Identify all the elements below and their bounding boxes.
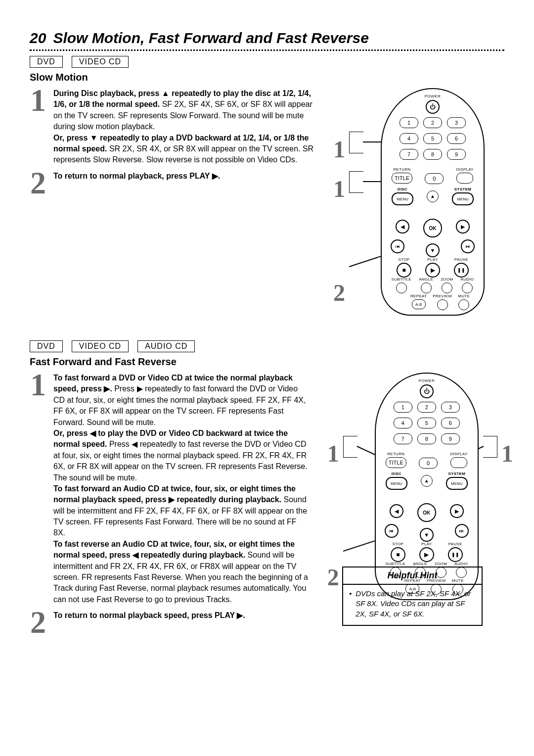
callout-box (349, 132, 363, 153)
tag-videocd: VIDEO CD (72, 56, 129, 68)
skip-next-icon: ⏭ (461, 239, 475, 253)
step-number: 2 (30, 169, 46, 197)
keypad: 1 2 3 4 5 6 7 8 9 (394, 401, 460, 445)
helpful-hint-box: Helpful Hint •DVDs can play at SF 2X, SF… (342, 567, 483, 626)
pause-label: PAUSE (448, 542, 462, 546)
transport-row: STOP■ PLAY▶ PAUSE❚❚ (376, 542, 478, 562)
callout-one-left: 1 (327, 442, 339, 466)
tag-dvd: DVD (30, 340, 63, 352)
arrow-right-icon: ▶ (456, 220, 470, 234)
skip-next-icon: ⏭ (455, 524, 469, 538)
ok-button: OK (417, 503, 436, 522)
callout-two: 2 (333, 281, 345, 305)
stop-label: STOP (392, 542, 403, 546)
mute-btn (458, 299, 469, 310)
transport-row: STOP■ PLAY▶ PAUSE❚❚ (382, 257, 484, 278)
p3-bold: To fast forward an Audio CD at twice, fo… (53, 484, 296, 504)
tag-audiocd: AUDIO CD (137, 340, 195, 352)
key-0: 0 (425, 173, 444, 184)
display-key (450, 457, 467, 468)
page: 20 Slow Motion, Fast Forward and Fast Re… (0, 0, 534, 662)
key-8: 8 (417, 433, 436, 444)
tag-dvd: DVD (30, 56, 63, 68)
stop-icon: ■ (391, 547, 405, 562)
arrow-left-icon: ◀ (390, 504, 403, 518)
section1-columns: 1 During Disc playback, press ▲ repeated… (30, 88, 504, 326)
play-label: PLAY (427, 257, 438, 262)
zoom-btn (442, 283, 452, 293)
pause-icon: ❚❚ (448, 547, 463, 562)
callout-one-b: 1 (333, 177, 345, 201)
display-label: DISPLAY (456, 167, 474, 172)
key-9: 9 (441, 433, 460, 444)
keypad: 1 2 3 4 5 6 7 8 9 (400, 117, 466, 160)
key-3: 3 (447, 117, 466, 128)
step-number: 1 (30, 86, 46, 115)
step-number: 2 (30, 608, 46, 637)
arrow-down-icon: ▼ (420, 528, 434, 542)
page-title: Slow Motion, Fast Forward and Fast Rever… (53, 30, 368, 47)
title-key: TITLE (392, 173, 412, 184)
disc-label: DISC (392, 472, 401, 476)
aux-row-2: REPEATA-B PREVIEW MUTE (382, 294, 484, 310)
system-label: SYSTEM (448, 472, 465, 476)
key-1: 1 (400, 117, 418, 128)
pause-icon: ❚❚ (454, 263, 469, 278)
tag-videocd: VIDEO CD (72, 340, 129, 352)
section2-step2: 2 To return to normal playback speed, pr… (30, 610, 311, 637)
display-key (456, 173, 473, 184)
remote-body: POWER ⏻ 1 2 3 4 5 6 7 8 9 RETURNTITLE 0 … (381, 88, 485, 316)
direction-cluster: OK ▼ ◀ ▶ ⏮ ⏭ (396, 200, 470, 254)
step-body: To return to normal playback, press PLAY… (53, 171, 220, 182)
hint-text: DVDs can play at SF 2X, SF 4X, or SF 8X.… (356, 589, 476, 619)
key-2: 2 (417, 402, 436, 413)
audio-btn (462, 283, 473, 293)
audio-label: AUDIO (461, 277, 474, 282)
pause-label: PAUSE (454, 257, 468, 262)
heading-slow-motion: Slow Motion (30, 72, 504, 83)
key-3: 3 (441, 402, 460, 413)
section1-step2: 2 To return to normal playback, press PL… (30, 171, 316, 197)
arrow-right-icon: ▶ (450, 504, 464, 518)
key-4: 4 (394, 418, 412, 428)
key-5: 5 (423, 133, 442, 144)
key-6: 6 (441, 418, 460, 428)
power-icon: ⏻ (426, 100, 440, 114)
callout-box (349, 171, 363, 193)
audio-label: AUDIO (454, 562, 468, 566)
display-label: DISPLAY (450, 452, 467, 456)
power-label: POWER (418, 378, 435, 383)
return-label: RETURN (387, 452, 404, 456)
power-label: POWER (425, 94, 441, 98)
repeat-label: REPEAT (410, 294, 427, 298)
key-5: 5 (417, 418, 436, 428)
bullet-icon: • (349, 589, 352, 619)
callout-two: 2 (327, 566, 339, 589)
disc-label: DISC (398, 187, 407, 191)
remote-diagram-1: 1 1 2 POWER ⏻ 1 2 3 4 5 6 7 8 (331, 88, 499, 326)
angle-label: ANGLE (413, 562, 427, 566)
step-number: 1 (30, 371, 46, 399)
key-6: 6 (447, 133, 466, 144)
stop-label: STOP (399, 257, 410, 262)
step-body: To fast forward a DVD or Video CD at twi… (53, 373, 311, 605)
preview-btn (437, 299, 448, 310)
hint-title: Helpful Hint (343, 567, 482, 585)
callout-one-a: 1 (333, 138, 345, 161)
key-8: 8 (423, 149, 442, 160)
preview-label: PREVIEW (433, 294, 452, 298)
heading-ff-fr: Fast Forward and Fast Reverse (30, 356, 504, 368)
key-1: 1 (394, 402, 412, 413)
callout-box (343, 436, 357, 458)
key-2: 2 (423, 117, 442, 128)
skip-prev-icon: ⏮ (385, 524, 399, 538)
page-number: 20 (30, 30, 46, 47)
ab-btn: A-B (412, 299, 426, 309)
step2-bold: To return to normal playback speed, pres… (53, 611, 245, 619)
key-7: 7 (400, 149, 418, 160)
arrow-left-icon: ◀ (396, 220, 409, 234)
title-key: TITLE (386, 457, 406, 468)
mute-label: MUTE (458, 294, 470, 298)
angle-btn (421, 283, 432, 293)
play-icon: ▶ (425, 263, 440, 278)
